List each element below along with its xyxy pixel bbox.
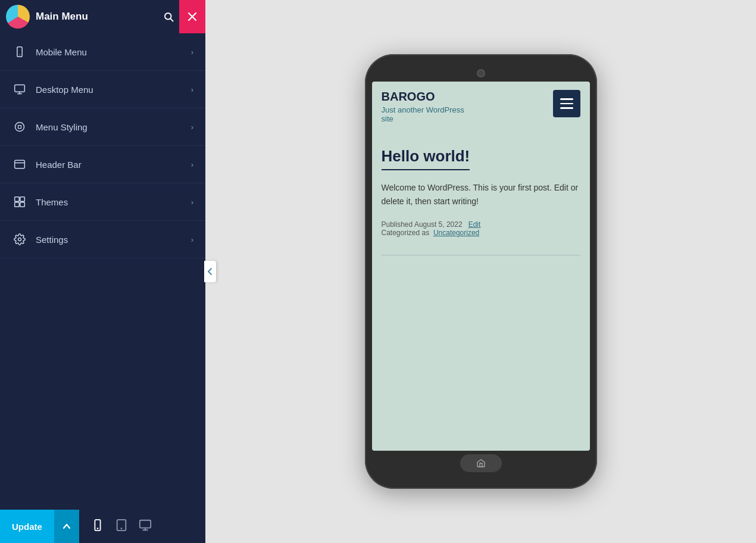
chevron-icon-desktop: › (191, 85, 193, 94)
chevron-icon-settings: › (191, 235, 193, 244)
svg-rect-12 (15, 197, 20, 202)
svg-rect-13 (20, 197, 25, 202)
chevron-icon-header: › (191, 160, 193, 169)
site-branding: BAROGO Just another WordPress site (382, 90, 464, 123)
themes-icon (12, 194, 27, 210)
update-button[interactable]: Update (0, 510, 54, 543)
post-title: Hello world! (382, 147, 470, 170)
sidebar-collapse-toggle[interactable] (204, 261, 216, 282)
site-title: BAROGO (382, 90, 464, 104)
sidebar-label-themes: Themes (36, 197, 191, 207)
post-edit-link[interactable]: Edit (468, 220, 481, 229)
sidebar-item-desktop-menu[interactable]: Desktop Menu › (0, 71, 205, 108)
svg-rect-10 (15, 160, 25, 168)
svg-rect-15 (20, 202, 25, 207)
app-logo (6, 5, 30, 29)
sidebar-header: Main Menu (0, 0, 205, 33)
hamburger-line-3 (560, 107, 573, 109)
styling-icon (12, 119, 27, 135)
phone-top-bar (372, 65, 590, 82)
phone-mockup: BAROGO Just another WordPress site (365, 54, 597, 489)
post-meta: Published August 5, 2022 Edit Categorize… (382, 220, 580, 237)
phone-screen[interactable]: BAROGO Just another WordPress site (372, 82, 590, 451)
site-tagline: Just another WordPress site (382, 105, 464, 123)
chevron-icon-mobile: › (191, 48, 193, 57)
phone-menu-button[interactable] (553, 90, 580, 117)
hamburger-line-1 (560, 98, 573, 100)
device-desktop-button[interactable] (136, 516, 154, 537)
phone-bottom-bar (372, 451, 590, 476)
desktop-icon (12, 82, 27, 97)
post-body: Welcome to WordPress. This is your first… (382, 181, 580, 208)
chevron-icon-styling: › (191, 123, 193, 132)
sidebar-item-header-bar[interactable]: Header Bar › (0, 146, 205, 183)
svg-rect-14 (15, 202, 20, 207)
post-divider (382, 255, 580, 255)
hamburger-line-2 (560, 103, 573, 105)
sidebar-label-header-bar: Header Bar (36, 160, 191, 170)
post-category-link[interactable]: Uncategorized (433, 229, 479, 237)
phone-screen-wrapper: BAROGO Just another WordPress site (372, 82, 590, 451)
svg-point-16 (18, 238, 21, 241)
left-panel: Main Menu Mobile Menu › (0, 0, 205, 543)
sidebar-item-mobile-menu[interactable]: Mobile Menu › (0, 33, 205, 71)
sidebar-item-themes[interactable]: Themes › (0, 183, 205, 221)
settings-icon (12, 232, 27, 247)
phone-content: Hello world! Welcome to WordPress. This … (372, 129, 590, 267)
bottom-toolbar: Update (0, 510, 205, 543)
sidebar-label-mobile-menu: Mobile Menu (36, 47, 191, 57)
header-title: Main Menu (36, 11, 158, 23)
phone-camera (477, 69, 485, 77)
svg-point-9 (15, 123, 24, 132)
chevron-icon-themes: › (191, 198, 193, 207)
header-icon (12, 157, 27, 172)
sidebar-label-menu-styling: Menu Styling (36, 122, 191, 132)
search-button[interactable] (158, 6, 179, 27)
device-mobile-button[interactable] (89, 516, 107, 537)
svg-rect-4 (17, 47, 22, 57)
site-header: BAROGO Just another WordPress site (372, 82, 590, 129)
preview-area: BAROGO Just another WordPress site (205, 0, 756, 543)
sidebar-item-menu-styling[interactable]: Menu Styling › (0, 108, 205, 146)
sidebar-label-desktop-menu: Desktop Menu (36, 85, 191, 95)
mobile-icon (12, 44, 27, 60)
sidebar-label-settings: Settings (36, 235, 191, 245)
svg-rect-21 (140, 520, 151, 528)
device-switcher (79, 516, 164, 537)
close-button[interactable] (179, 0, 205, 33)
phone-home-button[interactable] (460, 454, 502, 472)
svg-rect-6 (15, 85, 25, 92)
scroll-up-button[interactable] (54, 510, 79, 543)
sidebar-nav: Mobile Menu › Desktop Menu › Menu Stylin… (0, 33, 205, 510)
svg-line-1 (170, 18, 173, 21)
device-tablet-button[interactable] (113, 516, 130, 537)
sidebar-item-settings[interactable]: Settings › (0, 221, 205, 258)
